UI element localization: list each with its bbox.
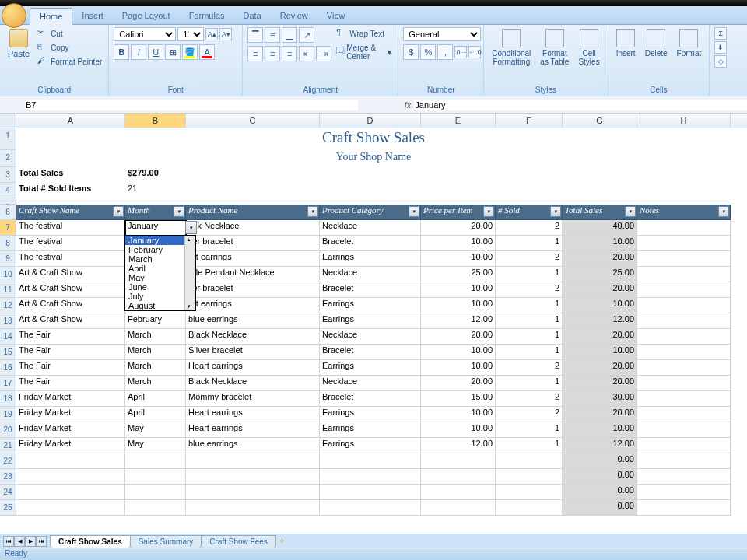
cell[interactable]: 1	[496, 267, 563, 282]
cell[interactable]: Heart earrings	[186, 422, 320, 438]
cell[interactable]: 12.00	[421, 313, 496, 329]
row-header[interactable]: 8	[0, 236, 16, 251]
cell[interactable]: 1	[496, 329, 563, 345]
row-header[interactable]: 1	[0, 128, 16, 150]
cell[interactable]: Necklace	[320, 220, 421, 236]
cell[interactable]: Earrings	[320, 313, 421, 329]
cell[interactable]: March	[125, 360, 186, 376]
sheet-nav-next[interactable]: ▶	[25, 536, 36, 547]
formula-input[interactable]	[414, 100, 747, 110]
filter-button[interactable]: ▾	[550, 206, 561, 217]
cell[interactable]: The Fair	[16, 376, 125, 391]
cell[interactable]: Total # Sold Items	[16, 183, 125, 198]
conditional-formatting-button[interactable]: Conditional Formatting	[489, 27, 534, 68]
cell[interactable]	[186, 453, 320, 469]
cell[interactable]: 25.00	[563, 267, 637, 282]
format-cells-button[interactable]: Format	[674, 27, 705, 59]
month-dropdown[interactable]: JanuaryFebruaryMarchAprilMayJuneJulyAugu…	[124, 235, 196, 311]
cell[interactable]: Bracelet	[320, 391, 421, 407]
cell[interactable]	[496, 453, 563, 469]
table-header[interactable]: Product Name▾	[186, 205, 320, 220]
dropdown-option[interactable]: June	[125, 282, 184, 292]
cell[interactable]: The Fair	[16, 329, 125, 345]
align-right-button[interactable]: ≡	[282, 46, 297, 61]
filter-button[interactable]: ▾	[409, 206, 419, 217]
cell[interactable]: Silver bracelet	[186, 345, 320, 360]
dropdown-option[interactable]: March	[125, 254, 184, 264]
column-header-G[interactable]: G	[563, 114, 637, 128]
sheet-tab[interactable]: Craft Show Fees	[201, 535, 275, 548]
cell-dropdown-toggle[interactable]: ▾	[185, 221, 197, 234]
name-box[interactable]	[25, 100, 358, 110]
cell[interactable]: 2	[496, 251, 563, 267]
cell[interactable]: Art & Craft Show	[16, 282, 125, 298]
cell[interactable]: 2	[496, 282, 563, 298]
cell[interactable]: 10.00	[421, 298, 496, 313]
format-as-table-button[interactable]: Format as Table	[537, 27, 572, 68]
cell[interactable]: 20.00	[421, 329, 496, 345]
row-header[interactable]: 3	[0, 167, 16, 183]
cell[interactable]: art earrings	[186, 251, 320, 267]
row-header[interactable]: 17	[0, 376, 16, 391]
cell[interactable]: blue earrings	[186, 313, 320, 329]
dropdown-option[interactable]: July	[125, 292, 184, 301]
cell[interactable]: 1	[496, 236, 563, 251]
row-header[interactable]: 4	[0, 183, 16, 198]
cell[interactable]: Friday Market	[16, 438, 125, 453]
dropdown-option[interactable]: January	[125, 236, 184, 245]
cell[interactable]: 1	[496, 313, 563, 329]
ribbon-tab-home[interactable]: Home	[30, 8, 72, 25]
select-all-corner[interactable]	[0, 114, 16, 128]
ribbon-tab-formulas[interactable]: Formulas	[180, 8, 234, 24]
orientation-button[interactable]: ↗	[299, 27, 314, 43]
cell[interactable]	[421, 500, 496, 516]
ribbon-tab-insert[interactable]: Insert	[72, 8, 113, 24]
insert-cells-button[interactable]: Insert	[613, 27, 639, 59]
cell[interactable]: 0.00	[563, 453, 637, 469]
cell[interactable]: February	[125, 313, 186, 329]
column-header-H[interactable]: H	[637, 114, 731, 128]
filter-button[interactable]: ▾	[483, 206, 494, 217]
cut-button[interactable]: ✂Cut	[36, 27, 103, 40]
cell[interactable]: 10.00	[563, 345, 637, 360]
column-header-D[interactable]: D	[320, 114, 421, 128]
cell[interactable]: 1	[496, 345, 563, 360]
table-header[interactable]: Total Sales▾	[563, 205, 637, 220]
cell[interactable]: Heart earrings	[186, 407, 320, 422]
cell[interactable]: $279.00	[125, 167, 186, 183]
font-color-button[interactable]: A	[199, 44, 215, 60]
cell[interactable]	[637, 376, 731, 391]
row-header[interactable]: 24	[0, 485, 16, 500]
cell[interactable]: April	[125, 391, 186, 407]
cell[interactable]: May	[125, 438, 186, 453]
number-format-select[interactable]: General	[403, 27, 481, 41]
cell[interactable]: Friday Market	[16, 391, 125, 407]
row-header[interactable]: 12	[0, 298, 16, 313]
dropdown-option[interactable]: February	[125, 245, 184, 254]
cell[interactable]	[637, 220, 731, 236]
cell[interactable]: Necklace	[320, 376, 421, 391]
wrap-text-button[interactable]: ¶Wrap Text	[335, 27, 393, 40]
cell[interactable]: 10.00	[421, 345, 496, 360]
cell[interactable]	[637, 453, 731, 469]
cell[interactable]: 20.00	[563, 360, 637, 376]
row-header[interactable]: 9	[0, 251, 16, 267]
cell[interactable]: 10.00	[421, 407, 496, 422]
row-header[interactable]: 18	[0, 391, 16, 407]
underline-button[interactable]: U	[148, 44, 163, 60]
cell[interactable]: 2	[496, 220, 563, 236]
cell[interactable]: 15.00	[421, 391, 496, 407]
cell[interactable]: Art & Craft Show	[16, 267, 125, 282]
cell[interactable]	[125, 500, 186, 516]
cell[interactable]: Necklace	[320, 267, 421, 282]
cell[interactable]: Earrings	[320, 251, 421, 267]
cell[interactable]	[637, 438, 731, 453]
row-header[interactable]: 16	[0, 360, 16, 376]
new-sheet-icon[interactable]: ✧	[279, 537, 285, 545]
sheet-tab[interactable]: Craft Show Sales	[50, 535, 131, 548]
table-header[interactable]: Product Category▾	[320, 205, 421, 220]
cell[interactable]: 1	[496, 438, 563, 453]
cell[interactable]: 10.00	[421, 360, 496, 376]
row-header[interactable]: 14	[0, 329, 16, 345]
column-header-B[interactable]: B	[125, 114, 186, 128]
